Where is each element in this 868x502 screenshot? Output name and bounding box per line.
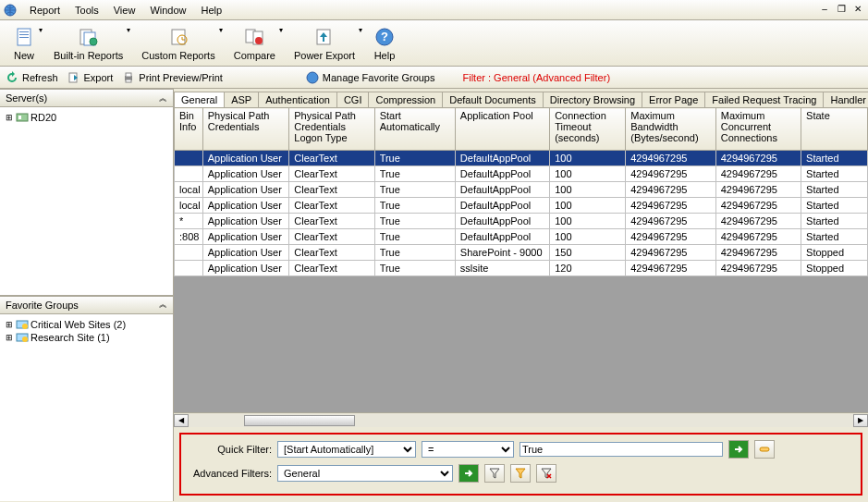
filter-funnel-button[interactable] [484,464,505,483]
quick-filter-apply-button[interactable] [728,440,749,459]
tab-compression[interactable]: Compression [368,92,443,107]
new-icon [13,26,35,48]
column-header[interactable]: State [801,108,868,151]
column-header[interactable]: Start Automatically [374,108,455,151]
filter-indicator: Filter : General (Advanced Filter) [462,72,610,83]
tab-failed-request-tracing[interactable]: Failed Request Tracing [704,92,824,107]
tab-general[interactable]: General [174,92,225,107]
column-header[interactable]: Maximum Concurrent Connections [715,108,801,151]
power-export-button[interactable]: ▾ Power Export [285,22,364,64]
table-row[interactable]: localApplication UserClearTextTrueDefaul… [175,182,868,198]
table-cell: SharePoint - 9000 [455,245,549,261]
print-icon [122,71,135,84]
favorites-header[interactable]: Favorite Groups ︽ [0,296,173,314]
chevron-up-icon: ︽ [159,92,167,104]
table-row[interactable]: :808Application UserClearTextTrueDefault… [175,229,868,245]
table-row[interactable]: Application UserClearTextTrueDefaultAppP… [175,151,868,166]
servers-header[interactable]: Server(s) ︽ [0,89,173,107]
table-cell: DefaultAppPool [455,151,549,166]
scroll-track[interactable] [189,414,853,427]
table-row[interactable]: localApplication UserClearTextTrueDefaul… [175,198,868,214]
table-cell: Application User [202,151,288,166]
builtin-reports-button[interactable]: ▾ Built-in Reports [44,22,132,64]
table-cell: Application User [202,214,288,229]
table-row[interactable]: Application UserClearTextTruesslsite1204… [175,261,868,276]
table-cell: ClearText [289,245,374,261]
filter-edit-button[interactable] [510,464,531,483]
quick-filter-value[interactable] [520,442,723,457]
tab-handler[interactable]: Handler [823,92,868,107]
help-button[interactable]: ? Help [364,22,405,64]
table-row[interactable]: Application UserClearTextTrueSharePoint … [175,245,868,261]
table-cell: ClearText [289,261,374,276]
table-cell [175,245,203,261]
print-button[interactable]: Print Preview/Print [122,71,222,84]
compare-button[interactable]: ▾ Compare [225,22,285,64]
tab-default-documents[interactable]: Default Documents [442,92,544,107]
expand-icon[interactable]: ⊞ [4,333,14,342]
tab-cgi[interactable]: CGI [336,92,370,107]
export-button[interactable]: Export [67,71,114,84]
expand-icon[interactable]: ⊞ [4,113,14,122]
table-cell: DefaultAppPool [455,198,549,214]
scroll-right-button[interactable]: ▶ [853,414,868,427]
table-row[interactable]: Application UserClearTextTrueDefaultAppP… [175,166,868,182]
custom-reports-button[interactable]: ▾ Custom Reports [132,22,224,64]
column-header[interactable]: Physical Path Credentials Logon Type [289,108,374,151]
expand-icon[interactable]: ⊞ [4,320,14,329]
quick-filter-clear-button[interactable] [754,440,775,459]
data-grid[interactable]: Bin InfoPhysical Path CredentialsPhysica… [174,107,868,276]
close-button[interactable]: ✕ [851,4,864,17]
table-cell: ClearText [289,151,374,166]
svg-rect-21 [17,114,28,121]
right-pane: General ASP Authentication CGI Compressi… [174,89,868,501]
table-cell: 4294967295 [626,229,716,245]
table-cell: Application User [202,182,288,198]
tab-directory-browsing[interactable]: Directory Browsing [543,92,642,107]
column-header[interactable]: Maximum Bandwidth (Bytes/second) [626,108,716,151]
scroll-thumb[interactable] [244,415,355,426]
scroll-left-button[interactable]: ◀ [174,414,189,427]
toolbar-main: ▾ New ▾ Built-in Reports ▾ Custom Report… [0,20,868,67]
column-header[interactable]: Connection Timeout (seconds) [550,108,626,151]
column-header[interactable]: Physical Path Credentials [202,108,288,151]
quick-filter-operator[interactable]: = [422,441,514,458]
quick-filter-label: Quick Filter: [189,444,272,455]
new-button[interactable]: ▾ New [4,22,44,64]
table-row[interactable]: *Application UserClearTextTrueDefaultApp… [175,214,868,229]
tab-asp[interactable]: ASP [224,92,259,107]
menu-help[interactable]: Help [194,3,230,18]
tab-error-page[interactable]: Error Page [642,92,705,107]
svg-rect-4 [19,37,29,38]
refresh-button[interactable]: Refresh [6,71,58,84]
quick-filter-field[interactable]: [Start Automatically] [277,441,416,458]
horizontal-scrollbar[interactable]: ◀ ▶ [174,412,868,427]
chevron-down-icon: ▾ [279,26,283,34]
server-node[interactable]: ⊞ RD20 [4,111,169,124]
table-cell: ClearText [289,166,374,182]
table-cell: 4294967295 [626,182,716,198]
advanced-filter-field[interactable]: General [277,465,453,482]
menu-report[interactable]: Report [22,3,67,18]
filter-delete-button[interactable] [536,464,556,483]
menu-window[interactable]: Window [142,3,193,18]
favorite-item[interactable]: ⊞ Critical Web Sites (2) [4,318,169,331]
advanced-filter-apply-button[interactable] [458,464,479,483]
svg-rect-3 [19,34,29,35]
menu-view[interactable]: View [106,3,143,18]
column-header[interactable]: Bin Info [175,108,203,151]
menu-tools[interactable]: Tools [67,3,106,18]
table-cell: ClearText [289,214,374,229]
minimize-button[interactable]: – [818,4,831,17]
column-header[interactable]: Application Pool [455,108,549,151]
table-cell: Started [801,166,868,182]
favorite-item[interactable]: ⊞ Research Site (1) [4,331,169,344]
table-cell: 4294967295 [626,198,716,214]
restore-button[interactable]: ❐ [835,4,848,17]
manage-favorite-groups-button[interactable]: Manage Favorite Groups [306,71,435,84]
table-cell: Application User [202,229,288,245]
table-cell: ClearText [289,198,374,214]
svg-rect-18 [126,73,131,77]
tab-authentication[interactable]: Authentication [258,92,337,107]
menubar: Report Tools View Window Help – ❐ ✕ [0,0,868,20]
